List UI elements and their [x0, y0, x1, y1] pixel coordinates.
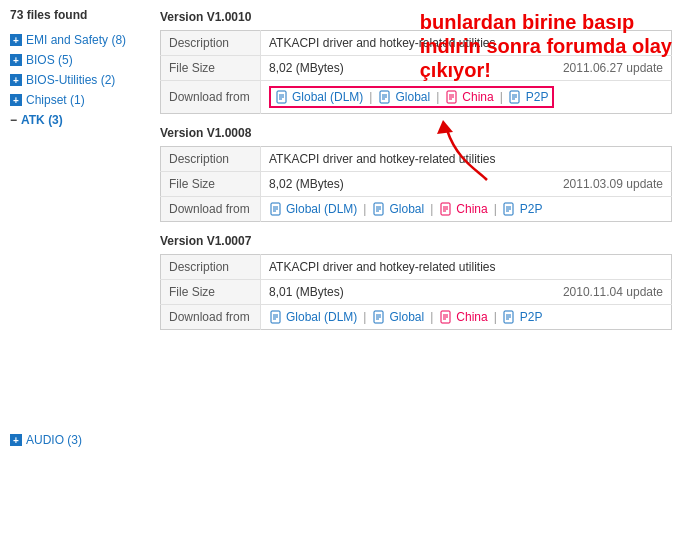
sep5: | — [430, 202, 433, 216]
file-icon-p2p — [509, 90, 523, 104]
download-link-p2p-v10010[interactable]: P2P — [509, 90, 549, 104]
separator2: | — [436, 90, 439, 104]
filesize-text-v10008: 8,02 (MBytes) — [269, 177, 344, 191]
update-date-v10008: 2011.03.09 update — [563, 177, 663, 191]
description-value-v10008: ATKACPI driver and hotkey-related utilit… — [261, 147, 672, 172]
version-section-v10008: Version V1.0008 Description ATKACPI driv… — [160, 124, 672, 222]
table-row-filesize-v10010: File Size 8,02 (MBytes) 2011.06.27 updat… — [161, 56, 672, 81]
file-icon-china2 — [439, 202, 453, 216]
plus-icon-emi: + — [10, 34, 22, 46]
sidebar-item-audio[interactable]: + AUDIO (3) — [10, 430, 150, 450]
filesize-value-v10008: 8,02 (MBytes) 2011.03.09 update — [261, 172, 672, 197]
version-table-v10008: Description ATKACPI driver and hotkey-re… — [160, 146, 672, 222]
description-label: Description — [161, 255, 261, 280]
file-icon-china3 — [439, 310, 453, 324]
sep4: | — [363, 202, 366, 216]
files-found-count: 73 files found — [10, 8, 150, 22]
version-table-v10007: Description ATKACPI driver and hotkey-re… — [160, 254, 672, 330]
download-link-global-v10010[interactable]: Global — [378, 90, 430, 104]
download-link-p2p-v10008[interactable]: P2P — [503, 202, 543, 216]
sidebar-label-audio: AUDIO (3) — [26, 433, 82, 447]
plus-icon-audio: + — [10, 434, 22, 446]
download-label: Download from — [161, 305, 261, 330]
download-link-global-v10008[interactable]: Global — [372, 202, 424, 216]
table-row-description-v10007: Description ATKACPI driver and hotkey-re… — [161, 255, 672, 280]
download-link-china-v10008[interactable]: China — [439, 202, 487, 216]
filesize-text-v10010: 8,02 (MBytes) — [269, 61, 344, 75]
file-icon-global2 — [372, 202, 386, 216]
version-section-v10007: Version V1.0007 Description ATKACPI driv… — [160, 232, 672, 330]
sidebar-item-atk[interactable]: − ATK (3) — [10, 110, 150, 130]
sidebar-label-bios: BIOS (5) — [26, 53, 73, 67]
plus-icon-bios: + — [10, 54, 22, 66]
download-link-china-v10010[interactable]: China — [445, 90, 493, 104]
sep7: | — [363, 310, 366, 324]
table-row-description-v10008: Description ATKACPI driver and hotkey-re… — [161, 147, 672, 172]
sidebar-label-atk: ATK (3) — [21, 113, 63, 127]
download-link-p2p-v10007[interactable]: P2P — [503, 310, 543, 324]
download-link-global-dlm-v10007[interactable]: Global (DLM) — [269, 310, 357, 324]
main-content: bunlardan birine basıpindirin sonra foru… — [160, 0, 682, 458]
description-label: Description — [161, 147, 261, 172]
download-links-v10010: Global (DLM) | — [275, 90, 548, 104]
download-links-v10008: Global (DLM) | Global | — [269, 202, 663, 216]
table-row-filesize-v10007: File Size 8,01 (MBytes) 2010.11.04 updat… — [161, 280, 672, 305]
file-icon-global3 — [372, 310, 386, 324]
download-value-v10010: Global (DLM) | — [261, 81, 672, 114]
filesize-value-v10007: 8,01 (MBytes) 2010.11.04 update — [261, 280, 672, 305]
download-value-v10007: Global (DLM) | Global | — [261, 305, 672, 330]
sidebar: 73 files found + EMI and Safety (8) + BI… — [0, 0, 160, 458]
update-date-v10007: 2010.11.04 update — [563, 285, 663, 299]
filesize-label: File Size — [161, 56, 261, 81]
sidebar-label-chipset: Chipset (1) — [26, 93, 85, 107]
file-icon-p2p2 — [503, 202, 517, 216]
version-title-v10008: Version V1.0008 — [160, 124, 672, 142]
table-row-download-v10010: Download from — [161, 81, 672, 114]
plus-icon-chipset: + — [10, 94, 22, 106]
table-row-filesize-v10008: File Size 8,02 (MBytes) 2011.03.09 updat… — [161, 172, 672, 197]
download-link-global-dlm-v10010[interactable]: Global (DLM) — [275, 90, 363, 104]
file-icon-dlm — [275, 90, 289, 104]
download-label: Download from — [161, 197, 261, 222]
download-link-global-dlm-v10008[interactable]: Global (DLM) — [269, 202, 357, 216]
table-row-download-v10007: Download from Global (DLM) | — [161, 305, 672, 330]
sep9: | — [494, 310, 497, 324]
update-date-v10010: 2011.06.27 update — [563, 61, 663, 75]
filesize-label: File Size — [161, 280, 261, 305]
filesize-value-v10010: 8,02 (MBytes) 2011.06.27 update — [261, 56, 672, 81]
download-links-v10007: Global (DLM) | Global | — [269, 310, 663, 324]
download-label: Download from — [161, 81, 261, 114]
separator3: | — [500, 90, 503, 104]
description-value-v10007: ATKACPI driver and hotkey-related utilit… — [261, 255, 672, 280]
version-table-v10010: Description ATKACPI driver and hotkey-re… — [160, 30, 672, 114]
file-icon-dlm3 — [269, 310, 283, 324]
download-link-china-v10007[interactable]: China — [439, 310, 487, 324]
version-section-v10010: Version V1.0010 Description ATKACPI driv… — [160, 8, 672, 114]
sidebar-item-chipset[interactable]: + Chipset (1) — [10, 90, 150, 110]
file-icon-dlm2 — [269, 202, 283, 216]
description-value-v10010: ATKACPI driver and hotkey-related utilit… — [261, 31, 672, 56]
sidebar-item-emi-safety[interactable]: + EMI and Safety (8) — [10, 30, 150, 50]
description-label: Description — [161, 31, 261, 56]
sep8: | — [430, 310, 433, 324]
file-icon-p2p3 — [503, 310, 517, 324]
download-link-global-v10007[interactable]: Global — [372, 310, 424, 324]
sidebar-label-bios-util: BIOS-Utilities (2) — [26, 73, 115, 87]
table-row-description-v10010: Description ATKACPI driver and hotkey-re… — [161, 31, 672, 56]
minus-icon-atk: − — [10, 113, 17, 127]
version-title-v10007: Version V1.0007 — [160, 232, 672, 250]
sidebar-item-bios[interactable]: + BIOS (5) — [10, 50, 150, 70]
version-title-v10010: Version V1.0010 — [160, 8, 672, 26]
sep6: | — [494, 202, 497, 216]
sidebar-item-bios-utilities[interactable]: + BIOS-Utilities (2) — [10, 70, 150, 90]
filesize-label: File Size — [161, 172, 261, 197]
file-icon-global — [378, 90, 392, 104]
highlighted-download-box: Global (DLM) | — [269, 86, 554, 108]
sidebar-label-emi: EMI and Safety (8) — [26, 33, 126, 47]
table-row-download-v10008: Download from Global (DLM) | — [161, 197, 672, 222]
download-value-v10008: Global (DLM) | Global | — [261, 197, 672, 222]
separator1: | — [369, 90, 372, 104]
plus-icon-bios-util: + — [10, 74, 22, 86]
file-icon-china — [445, 90, 459, 104]
filesize-text-v10007: 8,01 (MBytes) — [269, 285, 344, 299]
